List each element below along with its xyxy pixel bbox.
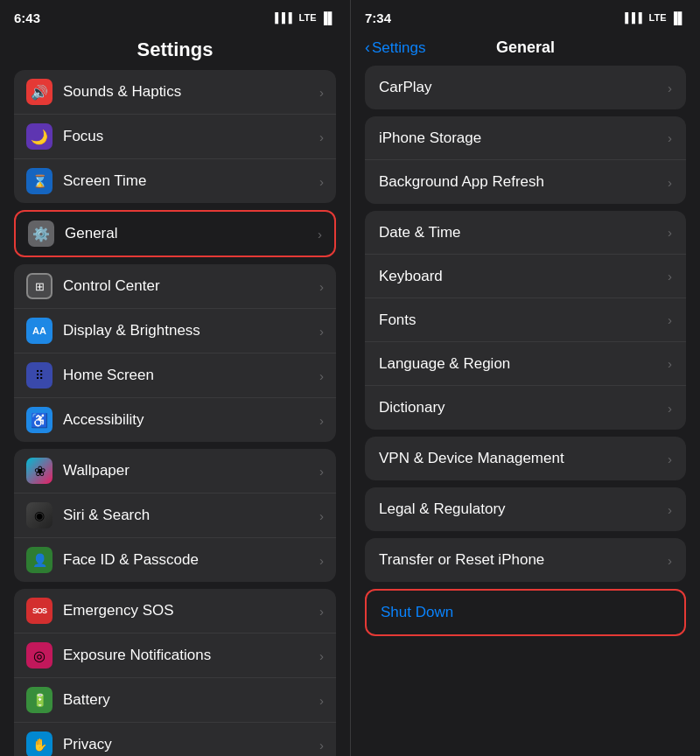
section-top: 🔊 Sounds & Haptics › 🌙 Focus › ⌛ Screen … xyxy=(14,70,336,203)
left-page-header: Settings xyxy=(0,32,350,70)
section-keyboard: Date & Time › Keyboard › Fonts › Languag… xyxy=(365,211,686,430)
section-group-carplay: CarPlay › xyxy=(365,66,686,109)
general-label: General xyxy=(65,225,314,242)
focus-label: Focus xyxy=(63,128,316,145)
homescreen-chevron-icon: › xyxy=(319,368,324,383)
section-vpn: VPN & Device Management › xyxy=(365,437,686,480)
faceid-chevron-icon: › xyxy=(319,553,324,568)
sidebar-item-siri[interactable]: ◉ Siri & Search › xyxy=(14,494,336,538)
vpn-label: VPN & Device Management xyxy=(379,450,668,467)
wallpaper-chevron-icon: › xyxy=(319,464,324,479)
battery-icon: 🔋 xyxy=(26,687,52,713)
privacy-chevron-icon: › xyxy=(319,738,324,752)
accessibility-chevron-icon: › xyxy=(319,413,324,428)
battery-label: Battery xyxy=(63,691,316,709)
right-signal-icon: ▌▌▌ xyxy=(625,12,645,23)
sidebar-item-faceid[interactable]: 👤 Face ID & Passcode › xyxy=(14,538,336,582)
sidebar-item-battery[interactable]: 🔋 Battery › xyxy=(14,678,336,723)
privacy-icon: ✋ xyxy=(26,732,52,756)
wallpaper-icon: ❀ xyxy=(26,458,52,484)
right-item-fonts[interactable]: Fonts › xyxy=(365,298,686,342)
exposure-label: Exposure Notifications xyxy=(63,647,316,664)
sidebar-item-wallpaper[interactable]: ❀ Wallpaper › xyxy=(14,449,336,494)
section-shutdown-highlighted[interactable]: Shut Down xyxy=(365,589,686,636)
right-settings-list[interactable]: CarPlay › iPhone Storage › Background Ap… xyxy=(351,66,700,756)
left-page-title: Settings xyxy=(137,38,214,60)
sidebar-item-controlcenter[interactable]: ⊞ Control Center › xyxy=(14,264,336,309)
right-nav-header: ‹ Settings General xyxy=(351,32,700,66)
right-item-datetime[interactable]: Date & Time › xyxy=(365,211,686,255)
sidebar-item-screentime[interactable]: ⌛ Screen Time › xyxy=(14,159,336,203)
right-item-languageregion[interactable]: Language & Region › xyxy=(365,342,686,386)
sidebar-item-focus[interactable]: 🌙 Focus › xyxy=(14,115,336,159)
vpn-chevron-icon: › xyxy=(668,452,672,466)
right-battery-icon: ▐▌ xyxy=(670,11,686,24)
right-item-carplay[interactable]: CarPlay › xyxy=(365,66,686,109)
section-group-top: 🔊 Sounds & Haptics › 🌙 Focus › ⌛ Screen … xyxy=(14,70,336,203)
emergencysos-chevron-icon: › xyxy=(319,604,324,619)
sidebar-item-display[interactable]: AA Display & Brightness › xyxy=(14,309,336,354)
sounds-chevron-icon: › xyxy=(319,85,324,100)
right-item-shutdown[interactable]: Shut Down xyxy=(367,591,684,634)
carplay-label: CarPlay xyxy=(379,79,668,96)
right-status-icons: ▌▌▌ LTE ▐▌ xyxy=(625,11,686,24)
emergencysos-label: Emergency SOS xyxy=(63,602,316,620)
legal-label: Legal & Regulatory xyxy=(379,500,668,518)
sidebar-item-emergencysos[interactable]: SOS Emergency SOS › xyxy=(14,589,336,634)
section-group-transfer: Transfer or Reset iPhone › xyxy=(365,538,686,582)
accessibility-icon: ♿ xyxy=(26,407,52,433)
right-item-vpn[interactable]: VPN & Device Management › xyxy=(365,437,686,480)
back-button[interactable]: ‹ Settings xyxy=(365,38,425,57)
left-settings-list[interactable]: 🔊 Sounds & Haptics › 🌙 Focus › ⌛ Screen … xyxy=(0,70,350,756)
iphonestorage-label: iPhone Storage xyxy=(379,130,668,147)
section-group-keyboard: Date & Time › Keyboard › Fonts › Languag… xyxy=(365,211,686,430)
faceid-icon: 👤 xyxy=(26,547,52,573)
section-group-legal: Legal & Regulatory › xyxy=(365,487,686,531)
privacy-label: Privacy xyxy=(63,736,316,753)
backgroundrefresh-chevron-icon: › xyxy=(668,175,672,190)
right-status-bar: 7:34 ▌▌▌ LTE ▐▌ xyxy=(351,0,700,32)
emergencysos-icon: SOS xyxy=(26,598,52,624)
sidebar-item-exposure[interactable]: ◎ Exposure Notifications › xyxy=(14,634,336,678)
sidebar-item-privacy[interactable]: ✋ Privacy › xyxy=(14,723,336,756)
focus-icon: 🌙 xyxy=(26,123,52,150)
fonts-label: Fonts xyxy=(379,312,668,329)
right-nav-title: General xyxy=(496,38,555,57)
section-storage: iPhone Storage › Background App Refresh … xyxy=(365,116,686,204)
exposure-chevron-icon: › xyxy=(319,648,324,663)
controlcenter-label: Control Center xyxy=(63,277,316,295)
section-group-wallpaper: ❀ Wallpaper › ◉ Siri & Search › 👤 Face I… xyxy=(14,449,336,582)
languageregion-chevron-icon: › xyxy=(668,356,672,371)
right-item-keyboard[interactable]: Keyboard › xyxy=(365,255,686,298)
left-signal-icon: ▌▌▌ xyxy=(275,12,295,23)
section-group-storage: iPhone Storage › Background App Refresh … xyxy=(365,116,686,204)
section-carplay: CarPlay › xyxy=(365,66,686,109)
left-time: 6:43 xyxy=(14,10,40,25)
homescreen-icon: ⠿ xyxy=(26,362,52,388)
sidebar-item-general[interactable]: ⚙️ General › xyxy=(16,212,334,256)
legal-chevron-icon: › xyxy=(668,502,672,517)
fonts-chevron-icon: › xyxy=(668,312,672,327)
right-lte-icon: LTE xyxy=(649,12,667,23)
left-lte-icon: LTE xyxy=(299,12,317,23)
datetime-chevron-icon: › xyxy=(668,225,672,240)
datetime-label: Date & Time xyxy=(379,224,668,242)
sidebar-item-accessibility[interactable]: ♿ Accessibility › xyxy=(14,398,336,442)
right-item-transfer[interactable]: Transfer or Reset iPhone › xyxy=(365,538,686,582)
sidebar-item-general-selected[interactable]: ⚙️ General › xyxy=(14,210,336,257)
right-item-dictionary[interactable]: Dictionary › xyxy=(365,386,686,430)
carplay-chevron-icon: › xyxy=(668,80,672,95)
sidebar-item-homescreen[interactable]: ⠿ Home Screen › xyxy=(14,354,336,398)
right-item-iphonestorage[interactable]: iPhone Storage › xyxy=(365,116,686,160)
general-icon: ⚙️ xyxy=(28,220,54,247)
right-item-legal[interactable]: Legal & Regulatory › xyxy=(365,487,686,531)
right-item-backgroundrefresh[interactable]: Background App Refresh › xyxy=(365,160,686,204)
display-chevron-icon: › xyxy=(319,324,324,339)
left-status-bar: 6:43 ▌▌▌ LTE ▐▌ xyxy=(0,0,350,32)
screentime-icon: ⌛ xyxy=(26,168,52,194)
sidebar-item-sounds[interactable]: 🔊 Sounds & Haptics › xyxy=(14,70,336,115)
general-chevron-icon: › xyxy=(318,227,322,242)
shutdown-label: Shut Down xyxy=(381,604,670,621)
sounds-icon: 🔊 xyxy=(26,79,52,105)
iphonestorage-chevron-icon: › xyxy=(668,130,672,145)
